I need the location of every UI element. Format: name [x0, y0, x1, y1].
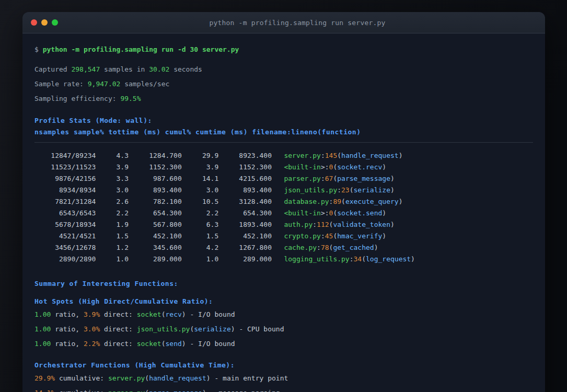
profile-stats-header: Profile Stats (Mode: wall): [34, 115, 533, 126]
hotspots-header: Hot Spots (High Direct/Cumulative Ratio)… [34, 296, 533, 307]
hotspot-line: 1.00 ratio, 2.2% direct: socket(send) - … [34, 338, 533, 350]
orchestrator-header: Orchestrator Functions (High Cumulative … [34, 360, 533, 371]
window-controls [31, 19, 58, 26]
window-title: python -m profiling.sampling run server.… [58, 19, 537, 27]
profile-table-row: 3456/12678 1.2 345.600 4.2 1267.800 cach… [34, 242, 533, 253]
columns-header: nsamples sample% tottime (ms) cumul% cum… [34, 126, 533, 138]
terminal-output: $ python -m profiling.sampling run -d 30… [22, 33, 545, 392]
hotspot-line: 1.00 ratio, 3.9% direct: socket(recv) - … [34, 309, 533, 320]
efficiency-line: Sampling efficiency: 99.5% [34, 93, 533, 105]
close-button[interactable] [31, 19, 37, 26]
window-titlebar[interactable]: python -m profiling.sampling run server.… [22, 12, 545, 33]
profile-table-row: 6543/6543 2.2 654.300 2.2 654.300 <built… [34, 207, 533, 219]
orchestrator-line: 14.1% cumulative: parser.py(parse_messag… [34, 387, 533, 392]
orchestrator-line: 29.9% cumulative: server.py(handle_reque… [34, 373, 533, 384]
profile-table-row: 7821/31284 2.6 782.100 10.5 3128.400 dat… [34, 196, 533, 207]
profile-table-row: 11523/11523 3.9 1152.300 3.9 1152.300 <b… [34, 162, 533, 173]
terminal-window: python -m profiling.sampling run server.… [22, 12, 545, 392]
summary-header: Summary of Interesting Functions: [34, 278, 533, 290]
profile-table-row: 4521/4521 1.5 452.100 1.5 452.100 crypto… [34, 230, 533, 242]
profile-table-row: 5678/18934 1.9 567.800 6.3 1893.400 auth… [34, 219, 533, 230]
profile-table-row: 8934/8934 3.0 893.400 3.0 893.400 json_u… [34, 185, 533, 196]
profile-table-row: 2890/2890 1.0 289.000 1.0 289.000 loggin… [34, 253, 533, 265]
maximize-button[interactable] [52, 19, 58, 26]
profile-table-row: 9876/42156 3.3 987.600 14.1 4215.600 par… [34, 173, 533, 185]
captured-line: Captured 298,547 samples in 30.02 second… [34, 64, 533, 75]
sample-rate-line: Sample rate: 9,947.02 samples/sec [34, 78, 533, 90]
minimize-button[interactable] [41, 19, 48, 26]
command-line: $ python -m profiling.sampling run -d 30… [34, 44, 533, 55]
profile-table-row: 12847/89234 4.3 1284.700 29.9 8923.400 s… [34, 150, 533, 162]
table-divider [34, 142, 533, 143]
hotspot-line: 1.00 ratio, 3.0% direct: json_utils.py(s… [34, 324, 533, 335]
